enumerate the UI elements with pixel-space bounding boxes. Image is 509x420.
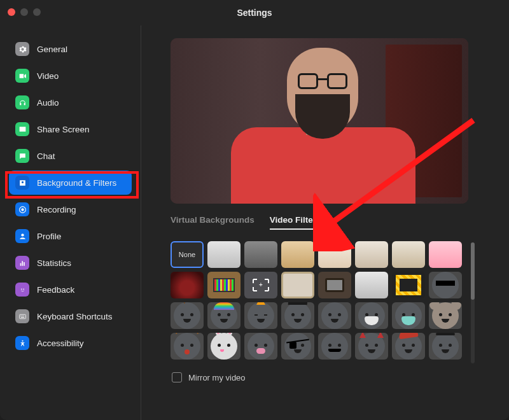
svg-point-1	[21, 208, 24, 211]
settings-window: Settings General Video Audio	[0, 0, 509, 420]
sidebar-item-label: Profile	[37, 232, 61, 241]
window-controls	[8, 8, 41, 16]
filter-tile[interactable]	[355, 272, 388, 298]
headphones-icon	[15, 95, 29, 109]
filter-surgical-mask[interactable]	[392, 302, 425, 329]
zoom-window-button[interactable]	[33, 8, 41, 16]
svg-rect-7	[20, 315, 21, 316]
filter-crop-frame[interactable]: +	[244, 272, 277, 298]
mirror-my-video-checkbox[interactable]	[172, 372, 182, 382]
sidebar-item-label: Feedback	[37, 285, 74, 295]
filter-bunny[interactable]	[207, 333, 241, 360]
filter-tile[interactable]	[355, 241, 388, 268]
filter-tile[interactable]	[281, 241, 314, 268]
sidebar-item-label: Video	[37, 71, 59, 81]
chat-icon	[15, 149, 29, 163]
sidebar-item-video[interactable]: Video	[9, 64, 132, 88]
filter-tabs: Virtual Backgrounds Video Filters	[171, 215, 491, 230]
sidebar-item-label: Recording	[37, 205, 76, 214]
smile-icon	[15, 283, 29, 297]
sidebar-item-label: Keyboard Shortcuts	[37, 312, 113, 321]
gear-icon	[15, 42, 29, 56]
record-icon	[15, 202, 29, 216]
filter-tile[interactable]	[207, 241, 241, 268]
sidebar-item-label: Accessibility	[37, 339, 84, 348]
main-panel: Virtual Backgrounds Video Filters None	[141, 25, 509, 420]
svg-rect-6	[19, 314, 25, 319]
sidebar-item-chat[interactable]: Chat	[9, 144, 132, 168]
filter-grad-cap[interactable]	[281, 302, 314, 329]
filter-top-hat[interactable]	[429, 333, 462, 360]
filter-tile[interactable]	[244, 241, 277, 268]
window-title: Settings	[237, 8, 272, 18]
sidebar-item-profile[interactable]: Profile	[9, 224, 132, 248]
person-icon	[15, 229, 29, 243]
svg-point-11	[22, 340, 23, 341]
filter-horns[interactable]	[355, 333, 388, 360]
filter-picture-frame[interactable]	[281, 272, 314, 298]
filter-halo[interactable]	[318, 302, 351, 329]
sidebar-item-label: Audio	[37, 98, 59, 108]
sidebar-item-audio[interactable]: Audio	[9, 90, 132, 115]
tab-video-filters[interactable]: Video Filters	[270, 215, 321, 230]
svg-rect-8	[22, 315, 22, 316]
sidebar-item-recording[interactable]: Recording	[9, 197, 132, 221]
filter-n95-mask[interactable]	[355, 302, 388, 329]
video-preview-image	[171, 38, 468, 204]
filter-retro-tv[interactable]	[207, 272, 241, 298]
mirror-my-video-row[interactable]: Mirror my video	[172, 372, 491, 382]
scrollbar-thumb[interactable]	[471, 242, 475, 300]
sidebar: General Video Audio Share Screen	[0, 25, 141, 420]
filter-rainbow-hat[interactable]	[207, 302, 241, 329]
sidebar-item-statistics[interactable]: Statistics	[9, 251, 132, 275]
filter-scrollbar[interactable]	[471, 242, 475, 363]
filter-beret[interactable]	[392, 333, 425, 360]
svg-text:+: +	[259, 281, 263, 288]
filter-theater[interactable]	[171, 272, 204, 298]
keyboard-icon	[15, 309, 29, 323]
bar-chart-icon	[15, 256, 29, 270]
filter-grid: None +	[171, 241, 462, 363]
sidebar-item-share-screen[interactable]: Share Screen	[9, 117, 132, 141]
mirror-my-video-label: Mirror my video	[188, 373, 246, 382]
filter-tile[interactable]	[318, 241, 351, 268]
person-box-icon	[15, 176, 29, 190]
filter-eyepatch[interactable]	[281, 333, 314, 360]
svg-rect-9	[23, 315, 24, 316]
filter-party-hat[interactable]	[244, 302, 277, 329]
filter-old-tv[interactable]	[318, 272, 351, 298]
filter-mouse-ears[interactable]	[429, 302, 462, 329]
filter-none-label: None	[179, 251, 195, 258]
filter-sprout[interactable]	[171, 302, 204, 329]
svg-point-5	[23, 288, 24, 290]
share-screen-icon	[15, 122, 29, 136]
svg-rect-10	[20, 317, 24, 318]
sidebar-item-keyboard-shortcuts[interactable]: Keyboard Shortcuts	[9, 304, 132, 328]
tab-virtual-backgrounds[interactable]: Virtual Backgrounds	[171, 215, 254, 230]
close-window-button[interactable]	[8, 8, 15, 16]
video-preview	[171, 38, 468, 204]
titlebar: Settings	[0, 0, 509, 25]
sidebar-item-label: Background & Filters	[37, 178, 116, 188]
sidebar-item-general[interactable]: General	[9, 37, 132, 61]
filter-emoji-frame[interactable]	[392, 272, 425, 298]
minimize-window-button[interactable]	[20, 8, 28, 16]
sidebar-item-accessibility[interactable]: Accessibility	[9, 331, 132, 355]
filter-none[interactable]: None	[171, 241, 204, 268]
sidebar-item-background-filters[interactable]: Background & Filters	[9, 171, 132, 195]
filter-moustache[interactable]	[318, 333, 351, 360]
accessibility-icon	[15, 336, 29, 350]
filter-tile[interactable]	[392, 241, 425, 268]
filter-deal-glasses[interactable]	[429, 272, 462, 298]
svg-rect-3	[19, 286, 25, 293]
sidebar-item-label: Share Screen	[37, 125, 90, 134]
sidebar-item-label: Chat	[37, 151, 55, 161]
filter-antlers[interactable]	[171, 333, 204, 360]
svg-point-2	[21, 234, 24, 236]
sidebar-item-label: General	[37, 45, 67, 54]
filter-tile[interactable]	[429, 241, 462, 268]
filter-pig[interactable]	[244, 333, 277, 360]
svg-point-4	[21, 288, 22, 290]
video-icon	[15, 69, 29, 83]
sidebar-item-feedback[interactable]: Feedback	[9, 277, 132, 302]
